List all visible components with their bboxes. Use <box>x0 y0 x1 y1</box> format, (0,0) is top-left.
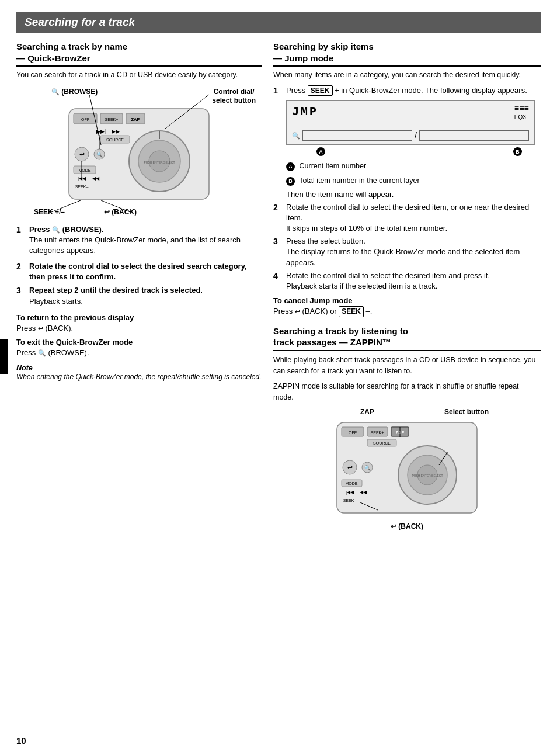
display-search-icon: 🔍 <box>292 132 300 140</box>
step-1: 1 Press 🔍 (BROWSE). The unit enters the … <box>16 224 262 259</box>
display-slash: / <box>415 131 417 140</box>
ab-indicators: A B <box>311 147 528 157</box>
display-bottom-row: 🔍 / <box>292 130 529 141</box>
skip-section-heading: Searching by skip items — Jump mode <box>273 41 541 67</box>
ab-descriptions: A Current item number B Total item numbe… <box>286 161 535 186</box>
svg-text:SEEK–: SEEK– <box>75 185 89 189</box>
left-tab <box>0 339 8 374</box>
jump-display: JMP ≡≡≡EQ3 🔍 / A B <box>286 100 535 145</box>
svg-text:🔍: 🔍 <box>96 151 103 158</box>
page-title: Searching for a track <box>25 16 532 29</box>
svg-text:SEEK–: SEEK– <box>343 498 357 502</box>
cancel-heading: To cancel Jump mode <box>273 296 541 305</box>
main-content: Searching a track by name — Quick-BrowZe… <box>16 33 541 530</box>
page-number: 10 <box>16 736 26 745</box>
title-bar: Searching for a track <box>16 12 541 33</box>
svg-text:▶▶: ▶▶ <box>112 129 120 134</box>
skip-intro: When many items are in a category, you c… <box>273 70 541 81</box>
zappin-device-svg: OFF SEEK+ ZAP SOURCE ↩ 🔍 <box>331 419 483 525</box>
right-column: Searching by skip items — Jump mode When… <box>273 33 541 530</box>
to-exit-heading: To exit the Quick-BrowZer mode <box>16 338 262 346</box>
display-jump-text: JMP <box>292 105 529 119</box>
browse-label: 🔍 (BROWSE) <box>51 88 98 96</box>
to-return-text: Press ↩ (BACK). <box>16 323 262 334</box>
svg-text:|◀◀: |◀◀ <box>346 490 354 495</box>
step-3: 3 Repeat step 2 until the desired track … <box>16 285 262 308</box>
zappin-intro-1: While playing back short track passages … <box>273 355 541 377</box>
svg-text:PUSH ENTER/SELECT: PUSH ENTER/SELECT <box>412 474 443 477</box>
left-intro: You can search for a track in a CD or US… <box>16 70 262 81</box>
device-svg-left: OFF SEEK+ ZAP ▶▶| ▶▶ SOURCE ↩ <box>57 103 221 210</box>
zap-label: ZAP <box>360 408 374 416</box>
svg-text:SOURCE: SOURCE <box>373 441 391 445</box>
step-2: 2 Rotate the control dial to select the … <box>16 261 262 282</box>
svg-text:PUSH ENTER/SELECT: PUSH ENTER/SELECT <box>144 161 175 164</box>
svg-text:↩: ↩ <box>79 151 85 158</box>
skip-step-1: 1 Press SEEK + in Quick-BrowZer mode. Th… <box>273 85 541 97</box>
to-exit-text: Press 🔍 (BROWSE). <box>16 348 262 358</box>
seek-button-inline: SEEK <box>308 85 333 96</box>
svg-text:◀◀: ◀◀ <box>360 490 367 495</box>
then-text: Then the item name will appear. <box>286 190 541 199</box>
svg-text:SOURCE: SOURCE <box>106 138 124 142</box>
svg-text:OFF: OFF <box>81 117 89 122</box>
indicator-a: A <box>316 147 325 157</box>
left-section-heading: Searching a track by name — Quick-BrowZe… <box>16 41 262 67</box>
display-left-field <box>302 130 412 141</box>
svg-text:▶▶|: ▶▶| <box>96 129 106 134</box>
desc-a-row: A Current item number <box>286 161 535 172</box>
note-block: Note When entering the Quick-BrowZer mod… <box>16 364 262 382</box>
skip-step-3: 3 Press the select button.The display re… <box>273 236 541 268</box>
svg-text:SEEK+: SEEK+ <box>371 431 384 435</box>
zappin-diagram: ZAP Select button ↩ (BACK) OFF SEEK+ ZAP <box>325 408 489 530</box>
select-label: Select button <box>444 408 489 416</box>
svg-text:ZAP: ZAP <box>131 117 140 122</box>
display-eq-icon: ≡≡≡EQ3 <box>514 105 529 121</box>
desc-b-row: B Total item number in the current layer <box>286 175 535 186</box>
seek-label: SEEK +/– <box>34 208 65 216</box>
zappin-intro-2: ZAPPIN mode is suitable for searching fo… <box>273 381 541 403</box>
svg-text:SEEK+: SEEK+ <box>105 117 119 122</box>
indicator-b: B <box>513 147 522 157</box>
zappin-heading: Searching a track by listening to track … <box>273 325 541 351</box>
svg-text:MODE: MODE <box>346 481 358 485</box>
steps-left: 1 Press 🔍 (BROWSE). The unit enters the … <box>16 224 262 309</box>
zappin-section: Searching a track by listening to track … <box>273 325 541 530</box>
svg-text:OFF: OFF <box>349 431 357 435</box>
to-return-heading: To return to the previous display <box>16 313 262 322</box>
svg-text:MODE: MODE <box>79 168 91 172</box>
note-title: Note <box>16 364 262 372</box>
note-text: When entering the Quick-BrowZer mode, th… <box>16 372 262 382</box>
back-label-left: ↩ (BACK) <box>104 208 137 216</box>
device-diagram-left: 🔍 (BROWSE) Control dial/ select button O… <box>34 86 262 221</box>
left-column: Searching a track by name — Quick-BrowZe… <box>16 33 262 530</box>
svg-text:🔍: 🔍 <box>364 464 371 471</box>
svg-text:◀◀: ◀◀ <box>92 176 100 181</box>
seek-button-cancel: SEEK <box>339 306 364 317</box>
skip-step-2: 2 Rotate the control dial to select the … <box>273 202 541 234</box>
cancel-text: Press ↩ (BACK) or SEEK –. <box>273 306 541 317</box>
skip-step-4: 4 Rotate the control dial to select the … <box>273 271 541 292</box>
svg-text:↩: ↩ <box>347 464 353 471</box>
display-right-field <box>419 130 529 141</box>
